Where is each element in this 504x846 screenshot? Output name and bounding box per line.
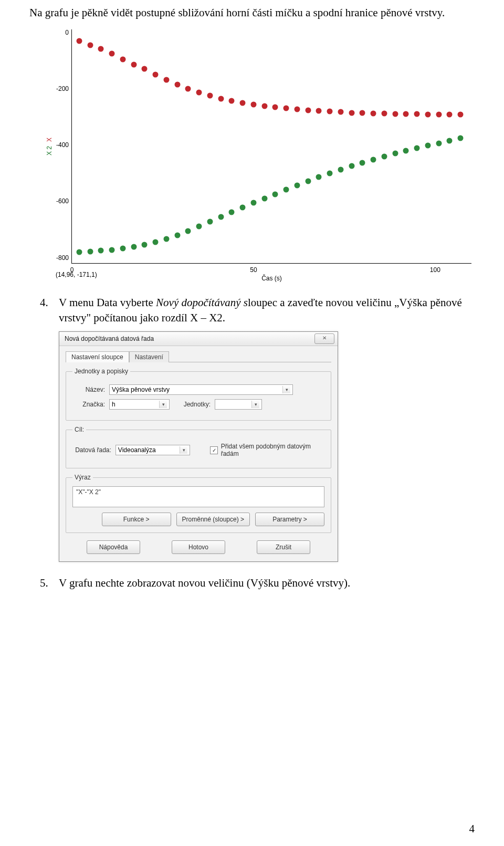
dialog-title: Nová dopočítávaná datová řada <box>65 335 154 342</box>
data-point <box>305 178 311 184</box>
step-5-number: 5. <box>29 576 59 590</box>
data-point <box>153 239 159 245</box>
functions-button[interactable]: Funkce > <box>102 513 171 526</box>
data-point <box>76 249 82 255</box>
plot-area: X 2 X Čas (s) 0-200-400-600-800050100 <box>71 29 471 264</box>
tab-column-settings[interactable]: Nastavení sloupce <box>66 351 129 362</box>
data-point <box>403 148 409 153</box>
data-point <box>349 163 354 169</box>
y-tick: 0 <box>52 29 69 36</box>
data-point <box>272 191 278 197</box>
data-point <box>250 101 256 107</box>
series-select-value: Videoanalýza <box>118 446 156 454</box>
units-field[interactable]: ▾ <box>215 399 262 410</box>
data-point <box>120 56 125 62</box>
data-point <box>436 140 442 146</box>
data-point <box>436 111 442 117</box>
data-point <box>414 111 420 117</box>
step-4-text: V menu Data vyberte Nový dopočítávaný sl… <box>59 295 475 325</box>
step-5: 5. V grafu nechte zobrazovat novou velič… <box>29 576 475 590</box>
data-point <box>371 157 376 163</box>
chevron-down-icon[interactable]: ▾ <box>251 401 259 408</box>
units-labels-legend: Jednotky a popisky <box>72 368 130 375</box>
cursor-readout: (14,96, -171,1) <box>56 271 97 278</box>
data-point <box>207 218 213 224</box>
name-label: Název: <box>72 386 105 393</box>
data-point <box>142 242 148 248</box>
data-point <box>174 232 180 238</box>
x-tick: 100 <box>430 266 440 274</box>
data-point <box>87 42 93 48</box>
data-point <box>142 66 148 72</box>
step-4: 4. V menu Data vyberte Nový dopočítávaný… <box>29 295 475 325</box>
data-point <box>294 107 300 112</box>
y-tick: -800 <box>52 254 69 262</box>
data-point <box>120 246 125 252</box>
data-point <box>284 186 289 192</box>
new-calculated-column-dialog: Nová dopočítávaná datová řada ✕ Nastaven… <box>59 331 338 562</box>
add-to-similar-checkbox[interactable]: ✓ <box>210 446 217 454</box>
name-field-value: Výška pěnové vrstvy <box>112 386 170 393</box>
data-point <box>349 110 354 116</box>
help-button[interactable]: Nápověda <box>87 540 140 554</box>
series-label: Datová řada: <box>72 446 111 454</box>
y-tick: -600 <box>52 197 69 205</box>
data-point <box>207 92 213 98</box>
data-point <box>153 72 159 78</box>
step-5-text: V grafu nechte zobrazovat novou veličinu… <box>59 576 475 590</box>
data-point <box>87 248 93 254</box>
step-4-number: 4. <box>29 295 59 325</box>
data-point <box>240 205 246 211</box>
data-point <box>272 105 278 110</box>
data-point <box>327 170 333 176</box>
data-point <box>218 96 224 101</box>
data-point <box>458 112 464 118</box>
data-point <box>294 182 300 188</box>
data-point <box>229 98 235 103</box>
data-point <box>185 86 191 91</box>
data-point <box>109 247 115 253</box>
chart-container: X 2 X Čas (s) 0-200-400-600-800050100 (1… <box>29 29 475 281</box>
data-point <box>371 110 376 116</box>
expression-input[interactable]: "X"-"X 2" <box>72 486 324 507</box>
data-point <box>196 89 202 95</box>
data-point <box>327 109 333 114</box>
parameters-button[interactable]: Parametry > <box>255 513 324 526</box>
done-button[interactable]: Hotovo <box>172 540 225 554</box>
name-field[interactable]: Výška pěnové vrstvy ▾ <box>109 384 293 395</box>
data-point <box>392 151 398 156</box>
data-point <box>381 111 387 117</box>
data-point <box>98 248 104 254</box>
data-point <box>229 209 235 215</box>
chevron-down-icon[interactable]: ▾ <box>159 401 167 408</box>
data-point <box>425 111 430 117</box>
variables-button[interactable]: Proměnné (sloupce) > <box>176 513 250 526</box>
chevron-down-icon[interactable]: ▾ <box>282 386 290 393</box>
dialog-tabs: Nastavení sloupce Nastavení <box>66 351 331 362</box>
intro-paragraph: Na grafu je pěkně vidět postupné sbližov… <box>29 5 475 20</box>
y-tick: -400 <box>52 141 69 149</box>
data-point <box>316 174 322 180</box>
chevron-down-icon[interactable]: ▾ <box>180 446 187 454</box>
tab-settings[interactable]: Nastavení <box>129 351 169 362</box>
data-point <box>360 110 365 116</box>
symbol-field-value: h <box>112 401 116 408</box>
data-point <box>360 160 365 165</box>
data-point <box>261 103 267 109</box>
data-point <box>131 244 136 250</box>
expression-legend: Výraz <box>72 474 93 481</box>
data-point <box>447 138 453 144</box>
data-point <box>174 81 180 87</box>
data-point <box>338 167 343 173</box>
close-icon[interactable]: ✕ <box>314 333 334 344</box>
data-point <box>392 111 398 117</box>
target-legend: Cíl: <box>72 426 86 433</box>
x-tick: 50 <box>250 266 257 274</box>
cancel-button[interactable]: Zrušit <box>257 540 310 554</box>
series-select[interactable]: Videoanalýza ▾ <box>116 445 191 455</box>
data-point <box>250 200 256 206</box>
data-point <box>305 107 311 113</box>
data-point <box>381 153 387 159</box>
symbol-field[interactable]: h ▾ <box>109 399 170 410</box>
data-point <box>240 100 246 106</box>
